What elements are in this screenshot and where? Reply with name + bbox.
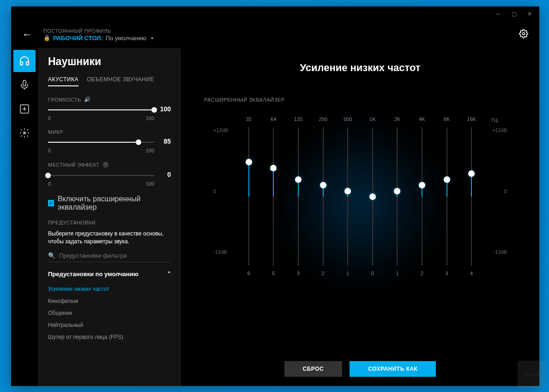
eq-band-64[interactable]: 645 — [265, 116, 282, 276]
hz-label: ГЦ — [491, 117, 498, 123]
chevron-up-icon: ˄ — [168, 271, 171, 277]
volume-min: 0 — [48, 115, 51, 121]
equalizer: +12dB 0 -12dB ГЦ 3266451253250250011K02K… — [204, 116, 516, 347]
eq-band-slider[interactable] — [471, 127, 472, 266]
settings-button[interactable] — [519, 29, 528, 41]
profile-selector[interactable]: 🔒 РАБОЧИЙ СТОЛ: По умолчанию ▾ — [43, 35, 512, 42]
svg-line-9 — [27, 136, 28, 137]
svg-rect-1 — [23, 80, 26, 86]
preset-neutral[interactable]: Нейтральный — [48, 319, 171, 331]
tab-surround[interactable]: ОБЪЕМНОЕ ЗВУЧАНИЕ — [87, 76, 154, 86]
eq-band-slider[interactable] — [347, 127, 348, 266]
eq-band-250[interactable]: 2502 — [315, 116, 332, 276]
sidetone-max: 100 — [146, 181, 154, 187]
volume-control: ГРОМКОСТЬ 🔊 100 0 100 — [48, 96, 171, 121]
eq-band-2K[interactable]: 2K1 — [389, 116, 405, 276]
tab-acoustics[interactable]: АКУСТИКА — [48, 76, 78, 86]
eq-freq-label: 250 — [319, 116, 327, 127]
eq-band-value: 2 — [322, 271, 325, 276]
sidebar: Наушники АКУСТИКА ОБЪЕМНОЕ ЗВУЧАНИЕ ГРОМ… — [38, 48, 181, 386]
eq-band-500[interactable]: 5001 — [339, 116, 356, 276]
mic-control: МИКР 85 0 100 — [48, 129, 171, 153]
eq-band-slider[interactable] — [323, 127, 324, 266]
headphones-icon — [19, 55, 30, 66]
eq-band-slider[interactable] — [372, 127, 373, 266]
mic-max: 100 — [146, 148, 154, 153]
sidetone-label: МЕСТНЫЙ ЭФФЕКТ — [48, 162, 100, 168]
checkbox-icon: ✓ — [48, 200, 54, 206]
nav-headphones[interactable] — [13, 50, 36, 72]
plus-square-icon — [19, 103, 30, 115]
action-buttons: СБРОС СОХРАНИТЬ КАК — [204, 347, 516, 386]
mic-slider[interactable]: 85 — [48, 139, 171, 146]
volume-label: ГРОМКОСТЬ — [48, 97, 81, 103]
eq-band-125[interactable]: 1253 — [290, 116, 307, 276]
speaker-icon: 🔊 — [84, 96, 91, 103]
eq-band-value: 5 — [272, 271, 275, 276]
back-button[interactable]: ← — [18, 27, 36, 42]
advanced-eq-label: Включить расширенный эквалайзер — [58, 195, 171, 211]
volume-slider[interactable]: 100 — [48, 106, 171, 114]
eq-freq-label: 1K — [369, 116, 375, 127]
eq-band-16K[interactable]: 16K4 — [463, 116, 480, 276]
eq-freq-label: 16K — [467, 116, 476, 127]
nav-brightness[interactable] — [13, 122, 36, 144]
preset-movie[interactable]: Кинофильм — [48, 295, 171, 307]
eq-band-8K[interactable]: 8K3 — [439, 116, 455, 276]
presets-section-label: ПРЕДУСТАНОВКИ — [48, 220, 171, 225]
minimize-button[interactable]: ─ — [490, 7, 506, 20]
eq-band-slider[interactable] — [446, 127, 447, 266]
sidetone-slider[interactable]: 0 — [48, 172, 171, 179]
page-title: Наушники — [48, 55, 171, 68]
eq-band-slider[interactable] — [422, 127, 422, 266]
profile-desktop-label: РАБОЧИЙ СТОЛ: — [53, 35, 103, 42]
eq-band-1K[interactable]: 1K0 — [364, 116, 381, 276]
eq-freq-label: 8K — [444, 116, 450, 127]
svg-point-0 — [523, 32, 525, 35]
eq-band-value: 3 — [297, 271, 300, 276]
eq-band-slider[interactable] — [248, 127, 249, 266]
preset-group-header[interactable]: Предустановки по умолчанию ˄ — [48, 271, 171, 277]
eq-band-32[interactable]: 326 — [241, 116, 257, 276]
eq-band-slider[interactable] — [397, 127, 398, 266]
reset-button[interactable]: СБРОС — [284, 361, 343, 377]
eq-band-4K[interactable]: 4K2 — [414, 116, 430, 276]
eq-band-value: 1 — [396, 271, 398, 276]
main-panel: Усиление низких частот РАСШИРЕННЫЙ ЭКВАЛ… — [181, 48, 539, 386]
main-title: Усиление низких частот — [204, 62, 516, 74]
mic-min: 0 — [48, 148, 51, 153]
eq-band-slider[interactable] — [298, 127, 299, 266]
help-icon[interactable]: ? — [103, 162, 109, 168]
presets-description: Выберите предустановку в качестве основы… — [48, 230, 171, 246]
close-button[interactable]: ✕ — [522, 7, 537, 20]
app-header: ← ПОСТОЯННЫЙ ПРОФИЛЬ 🔒 РАБОЧИЙ СТОЛ: По … — [11, 21, 539, 48]
eq-freq-label: 500 — [344, 116, 352, 127]
nav-mic[interactable] — [13, 74, 36, 96]
maximize-button[interactable]: ▢ — [506, 7, 522, 20]
search-input[interactable] — [59, 252, 171, 259]
nav-add[interactable] — [13, 98, 36, 120]
sidetone-min: 0 — [48, 181, 51, 187]
preset-communication[interactable]: Общение — [48, 307, 171, 319]
profile-label: ПОСТОЯННЫЙ ПРОФИЛЬ — [43, 28, 512, 34]
profile-default-label: По умолчанию — [106, 35, 146, 42]
eq-band-value: 2 — [421, 271, 423, 276]
preset-search[interactable]: 🔍 — [48, 252, 171, 262]
eq-band-value: 1 — [346, 271, 349, 276]
mic-icon — [19, 79, 30, 90]
eq-section-label: РАСШИРЕННЫЙ ЭКВАЛАЙЗЕР — [204, 97, 516, 103]
eq-band-slider[interactable] — [273, 127, 274, 266]
advanced-eq-checkbox-row[interactable]: ✓ Включить расширенный эквалайзер — [48, 195, 171, 211]
app-body: Наушники АКУСТИКА ОБЪЕМНОЕ ЗВУЧАНИЕ ГРОМ… — [11, 48, 539, 386]
eq-freq-label: 4K — [419, 116, 425, 127]
lock-icon: 🔒 — [43, 35, 50, 41]
volume-max: 100 — [146, 115, 154, 121]
svg-line-8 — [21, 129, 22, 130]
save-as-button[interactable]: СОХРАНИТЬ КАК — [350, 361, 436, 377]
preset-fps[interactable]: Шутер от первого лица (FPS) — [48, 331, 171, 343]
eq-freq-label: 64 — [271, 116, 276, 127]
eq-db-labels-left: +12dB 0 -12dB — [213, 116, 236, 255]
preset-bass-boost[interactable]: Усиление низких частот — [48, 283, 171, 295]
eq-band-value: 0 — [371, 271, 374, 276]
title-bar: ─ ▢ ✕ — [11, 6, 539, 21]
